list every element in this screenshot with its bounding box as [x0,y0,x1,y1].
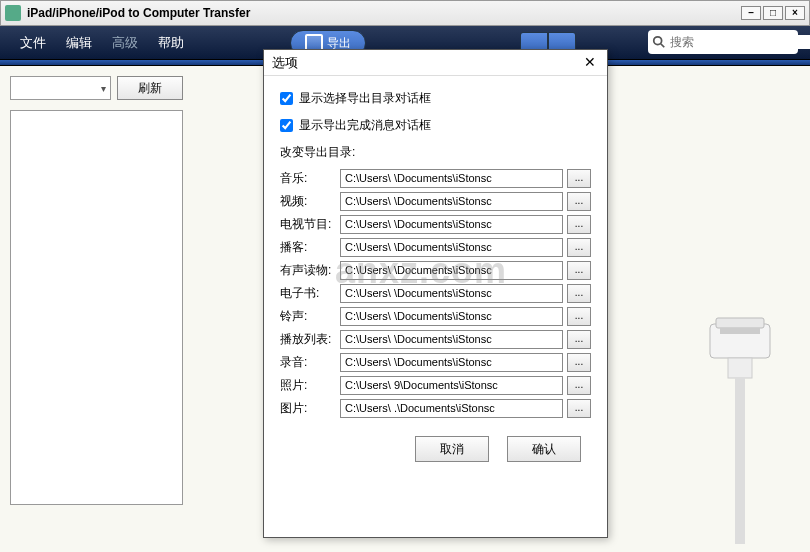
export-dir-row: 录音:C:\Users\ \Documents\iStonsc... [280,353,591,372]
window-title: iPad/iPhone/iPod to Computer Transfer [27,6,739,20]
app-icon [5,5,21,21]
browse-button[interactable]: ... [567,307,591,326]
browse-button[interactable]: ... [567,376,591,395]
menu-advanced[interactable]: 高级 [102,30,148,56]
close-button[interactable]: × [785,6,805,20]
svg-point-0 [654,37,662,45]
browse-button[interactable]: ... [567,192,591,211]
svg-rect-4 [720,328,760,334]
maximize-button[interactable]: □ [763,6,783,20]
export-dir-label: 照片: [280,377,340,394]
export-dir-path[interactable]: C:\Users\ \Documents\iStonsc [340,169,563,188]
export-dir-path[interactable]: C:\Users\ \Documents\iStonsc [340,215,563,234]
menu-help[interactable]: 帮助 [148,30,194,56]
refresh-button[interactable]: 刷新 [117,76,183,100]
export-dir-row: 音乐:C:\Users\ \Documents\iStonsc... [280,169,591,188]
export-dir-row: 图片:C:\Users\ .\Documents\iStonsc... [280,399,591,418]
browse-button[interactable]: ... [567,215,591,234]
export-dir-label: 图片: [280,400,340,417]
connector-illustration [680,314,800,544]
titlebar: iPad/iPhone/iPod to Computer Transfer – … [0,0,810,26]
export-dir-path[interactable]: C:\Users\ \Documents\iStonsc [340,307,563,326]
dialog-titlebar: 选项 ✕ [264,50,607,76]
device-dropdown[interactable] [10,76,111,100]
svg-line-1 [661,44,665,48]
checkbox-show-export-dir[interactable]: 显示选择导出目录对话框 [280,90,591,107]
minimize-button[interactable]: – [741,6,761,20]
export-dir-row: 电视节目:C:\Users\ \Documents\iStonsc... [280,215,591,234]
export-dir-label: 播放列表: [280,331,340,348]
checkbox-show-complete-msg-input[interactable] [280,119,293,132]
export-dir-path[interactable]: C:\Users\ \Documents\iStonsc [340,238,563,257]
export-dir-path[interactable]: C:\Users\ \Documents\iStonsc [340,330,563,349]
export-dir-path[interactable]: C:\Users\ 9\Documents\iStonsc [340,376,563,395]
export-dir-row: 播客:C:\Users\ \Documents\iStonsc... [280,238,591,257]
export-dir-row: 播放列表:C:\Users\ \Documents\iStonsc... [280,330,591,349]
browse-button[interactable]: ... [567,330,591,349]
search-box[interactable]: × [648,30,798,54]
svg-rect-3 [716,318,764,328]
sidebar: 刷新 [0,66,193,552]
browse-button[interactable]: ... [567,238,591,257]
change-dir-heading: 改变导出目录: [280,144,591,161]
export-dir-label: 有声读物: [280,262,340,279]
menu-edit[interactable]: 编辑 [56,30,102,56]
export-dir-row: 视频:C:\Users\ \Documents\iStonsc... [280,192,591,211]
options-dialog: 选项 ✕ 显示选择导出目录对话框 显示导出完成消息对话框 改变导出目录: 音乐:… [263,49,608,538]
export-dir-path[interactable]: C:\Users\ \Documents\iStonsc [340,261,563,280]
export-dir-row: 有声读物:C:\Users\ \Documents\iStonsc... [280,261,591,280]
browse-button[interactable]: ... [567,261,591,280]
export-dir-label: 录音: [280,354,340,371]
search-input[interactable] [670,35,810,49]
cancel-button[interactable]: 取消 [415,436,489,462]
checkbox-show-complete-msg-label: 显示导出完成消息对话框 [299,117,431,134]
export-dir-row: 照片:C:\Users\ 9\Documents\iStonsc... [280,376,591,395]
export-dir-path[interactable]: C:\Users\ \Documents\iStonsc [340,284,563,303]
export-dir-path[interactable]: C:\Users\ \Documents\iStonsc [340,353,563,372]
search-icon [652,35,666,49]
export-dir-label: 音乐: [280,170,340,187]
device-tree[interactable] [10,110,183,505]
browse-button[interactable]: ... [567,399,591,418]
ok-button[interactable]: 确认 [507,436,581,462]
browse-button[interactable]: ... [567,169,591,188]
export-dir-row: 铃声:C:\Users\ \Documents\iStonsc... [280,307,591,326]
export-dir-label: 铃声: [280,308,340,325]
dialog-title: 选项 [272,54,298,72]
dialog-close-button[interactable]: ✕ [581,54,599,72]
export-dir-label: 视频: [280,193,340,210]
export-dir-label: 播客: [280,239,340,256]
checkbox-show-export-dir-input[interactable] [280,92,293,105]
export-dir-label: 电视节目: [280,216,340,233]
browse-button[interactable]: ... [567,353,591,372]
export-dir-label: 电子书: [280,285,340,302]
export-dir-row: 电子书:C:\Users\ \Documents\iStonsc... [280,284,591,303]
svg-rect-5 [728,358,752,378]
export-dir-path[interactable]: C:\Users\ .\Documents\iStonsc [340,399,563,418]
checkbox-show-complete-msg[interactable]: 显示导出完成消息对话框 [280,117,591,134]
browse-button[interactable]: ... [567,284,591,303]
export-dir-path[interactable]: C:\Users\ \Documents\iStonsc [340,192,563,211]
checkbox-show-export-dir-label: 显示选择导出目录对话框 [299,90,431,107]
menu-file[interactable]: 文件 [10,30,56,56]
